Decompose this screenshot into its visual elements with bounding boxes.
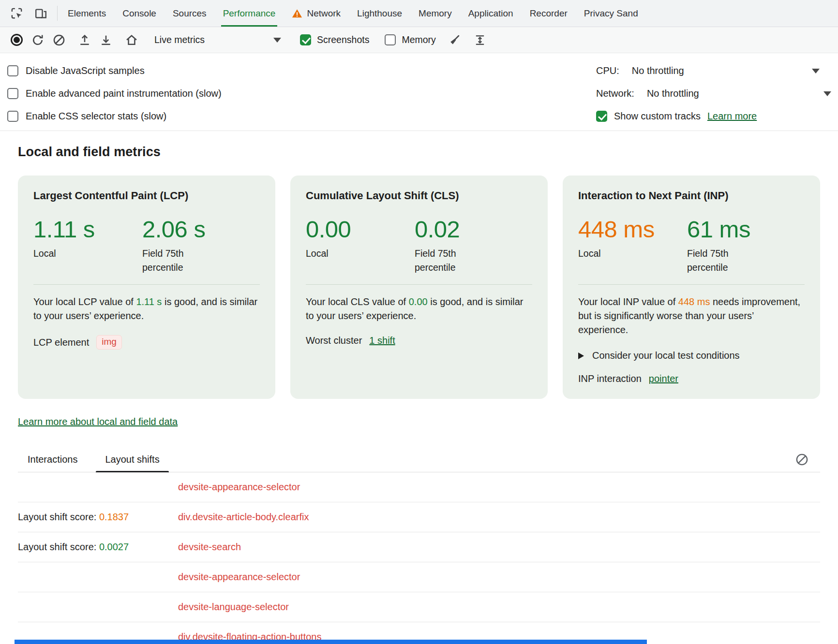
divider	[578, 284, 805, 285]
lcp-description: Your local LCP value of 1.11 s is good, …	[33, 295, 260, 323]
cls-local-value: 0.00	[306, 217, 415, 242]
custom-tracks-learn-more-link[interactable]: Learn more	[707, 111, 757, 122]
screenshots-toggle[interactable]: Screenshots	[292, 34, 377, 45]
metric-cards: Largest Contentful Paint (LCP) 1.11 s Lo…	[18, 176, 820, 399]
reload-icon	[31, 33, 45, 47]
show-custom-tracks-checkbox[interactable]	[596, 111, 607, 122]
node-link[interactable]: devsite-appearance-selector	[178, 571, 300, 583]
clear-button[interactable]	[48, 30, 70, 50]
live-metrics-label: Live metrics	[154, 34, 205, 45]
lcp-element-node-link[interactable]: img	[96, 335, 122, 350]
upload-icon	[78, 33, 91, 47]
cpu-throttling-select[interactable]: CPU: No throttling	[596, 59, 820, 82]
field-data-learn-more-link[interactable]: Learn more about local and field data	[18, 416, 178, 427]
inp-card: Interaction to Next Paint (INP) 448 ms L…	[563, 176, 820, 399]
devtools-window: Elements Console Sources Performance Net…	[0, 0, 838, 644]
save-profile-button[interactable]	[95, 30, 117, 50]
network-throttling-select[interactable]: Network: No throttling	[596, 82, 820, 105]
css-selector-stats-checkbox[interactable]	[7, 111, 18, 122]
layout-shift-row[interactable]: devsite-appearance-selector	[18, 472, 820, 502]
tab-performance[interactable]: Performance	[215, 0, 284, 27]
layout-shift-score: Layout shift score: 0.0027	[18, 542, 178, 553]
inp-field-value: 61 ms	[687, 217, 750, 242]
inspect-button[interactable]	[6, 3, 27, 24]
throttling-settings: CPU: No throttling Network: No throttlin…	[596, 59, 820, 128]
record-button[interactable]	[6, 30, 27, 50]
inp-description: Your local INP value of 448 ms needs imp…	[578, 295, 805, 337]
live-metrics-view: Local and field metrics Largest Contentf…	[0, 131, 838, 644]
memory-label: Memory	[402, 34, 435, 45]
layout-shift-row[interactable]: devsite-appearance-selector	[18, 562, 820, 592]
layout-shift-row[interactable]: Layout shift score: 0.0027 devsite-searc…	[18, 532, 820, 562]
tab-console[interactable]: Console	[114, 0, 165, 27]
tab-elements[interactable]: Elements	[60, 0, 114, 27]
horizontal-scrollbar-thumb[interactable]	[15, 640, 647, 644]
worst-cluster-link[interactable]: 1 shift	[369, 335, 395, 346]
inp-interaction-link[interactable]: pointer	[649, 373, 678, 384]
warning-icon	[292, 8, 302, 19]
divider	[306, 284, 532, 285]
page-title: Local and field metrics	[18, 145, 820, 160]
local-test-conditions-disclosure[interactable]: Consider your local test conditions	[578, 350, 805, 361]
lcp-element-label: LCP element	[33, 337, 89, 348]
disable-js-samples-checkbox[interactable]	[7, 65, 18, 76]
node-link[interactable]: devsite-language-selector	[178, 601, 289, 613]
home-icon	[125, 33, 138, 47]
lcp-field-value: 2.06 s	[142, 217, 205, 242]
clear-log-button[interactable]	[791, 449, 812, 469]
node-link[interactable]: devsite-search	[178, 542, 241, 553]
collect-garbage-button[interactable]	[444, 30, 465, 50]
screenshots-label: Screenshots	[317, 34, 369, 45]
worst-cluster-label: Worst cluster	[306, 335, 362, 346]
cls-card-title: Cumulative Layout Shift (CLS)	[306, 190, 532, 202]
tabbar-icons	[0, 0, 55, 27]
layout-shift-row[interactable]: Layout shift score: 0.1837 div.devsite-a…	[18, 502, 820, 532]
circle-slash-icon	[52, 33, 66, 47]
node-link[interactable]: devsite-appearance-selector	[178, 482, 300, 493]
tab-memory[interactable]: Memory	[410, 0, 460, 27]
inp-card-title: Interaction to Next Paint (INP)	[578, 190, 805, 202]
live-metrics-dropdown[interactable]: Live metrics	[147, 34, 288, 45]
tab-layout-shifts[interactable]: Layout shifts	[105, 447, 159, 472]
capture-settings-button[interactable]	[469, 30, 491, 50]
record-and-reload-button[interactable]	[27, 30, 48, 50]
device-toolbar-button[interactable]	[30, 3, 51, 24]
circle-slash-icon	[795, 453, 809, 467]
broom-icon	[448, 33, 461, 47]
lcp-local-value: 1.11 s	[33, 217, 142, 242]
performance-toolbar: Live metrics Screenshots Memory	[0, 27, 838, 53]
memory-checkbox[interactable]	[385, 34, 396, 45]
tab-recorder[interactable]: Recorder	[522, 0, 576, 27]
device-toolbar-icon	[34, 6, 48, 20]
panel-tabs: Elements Console Sources Performance Net…	[60, 0, 646, 27]
triangle-right-icon	[578, 352, 584, 359]
node-link[interactable]: div.devsite-article-body.clearfix	[178, 512, 309, 523]
tab-interactions[interactable]: Interactions	[28, 447, 77, 472]
layout-shift-row[interactable]: devsite-language-selector	[18, 592, 820, 622]
home-button[interactable]	[121, 30, 142, 50]
log-tabs: Interactions Layout shifts	[18, 447, 820, 472]
cls-description: Your local CLS value of 0.00 is good, an…	[306, 295, 532, 323]
screenshots-checkbox[interactable]	[300, 34, 311, 45]
cls-field-value: 0.02	[415, 217, 477, 242]
record-icon	[11, 34, 23, 46]
divider	[33, 284, 260, 285]
tab-sources[interactable]: Sources	[165, 0, 215, 27]
live-metrics-log: Interactions Layout shifts devsite-appea…	[18, 447, 820, 644]
capture-settings: Disable JavaScript samples Enable advanc…	[0, 53, 838, 131]
layout-shift-score: Layout shift score: 0.1837	[18, 512, 178, 523]
tab-lighthouse[interactable]: Lighthouse	[349, 0, 410, 27]
chevron-down-icon	[812, 69, 820, 73]
memory-toggle[interactable]: Memory	[377, 34, 443, 45]
setting-show-custom-tracks[interactable]: Show custom tracks Learn more	[596, 105, 820, 128]
tab-privacy-sandbox[interactable]: Privacy Sand	[576, 0, 646, 27]
load-profile-button[interactable]	[74, 30, 95, 50]
vertical-arrows-icon	[473, 33, 487, 47]
tab-application[interactable]: Application	[460, 0, 522, 27]
tab-network[interactable]: Network	[284, 0, 349, 27]
chevron-down-icon	[823, 91, 831, 96]
inp-interaction-label: INP interaction	[578, 373, 642, 384]
chevron-down-icon	[273, 38, 281, 43]
lcp-card: Largest Contentful Paint (LCP) 1.11 s Lo…	[18, 176, 275, 399]
advanced-paint-checkbox[interactable]	[7, 88, 18, 99]
